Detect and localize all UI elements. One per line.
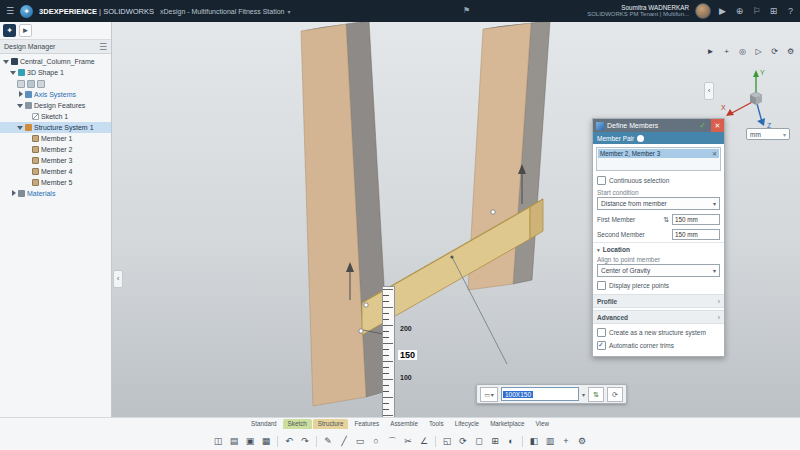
advanced-accordion[interactable]: Advanced › bbox=[593, 310, 724, 324]
visibility-toggle-icon[interactable] bbox=[17, 80, 25, 88]
app-title[interactable]: xDesign - Multifunctional Fitness Statio… bbox=[160, 8, 291, 15]
section-toggle-icon[interactable] bbox=[37, 80, 45, 88]
profile-accordion[interactable]: Profile › bbox=[593, 294, 724, 308]
display-mode-toggle-icon[interactable] bbox=[27, 80, 35, 88]
select-tool-icon[interactable]: ► bbox=[19, 24, 32, 37]
start-condition-select[interactable]: Distance from member ▾ bbox=[597, 197, 720, 210]
tag-icon[interactable]: ⚑ bbox=[463, 6, 470, 15]
extrude-icon[interactable]: ◱ bbox=[440, 434, 454, 448]
arc-icon[interactable]: ⌒ bbox=[385, 434, 399, 448]
notifications-icon[interactable]: ⚐ bbox=[751, 6, 762, 16]
play-icon[interactable]: ▷ bbox=[753, 46, 764, 57]
tree-item-structure-system[interactable]: Structure System 1 bbox=[0, 122, 111, 133]
panel-menu-icon[interactable]: ☰ bbox=[99, 42, 107, 52]
expander-icon[interactable] bbox=[10, 69, 17, 76]
tree-item-member-3[interactable]: Member 3 bbox=[0, 155, 111, 166]
apps-grid-icon[interactable]: ⊞ bbox=[768, 6, 779, 16]
appearance-icon[interactable]: ▥ bbox=[543, 434, 557, 448]
expander-icon[interactable] bbox=[17, 102, 24, 109]
insert-icon[interactable]: + bbox=[559, 434, 573, 448]
flip-profile-button[interactable]: ⇅ bbox=[588, 387, 604, 402]
shell-icon[interactable]: ◻ bbox=[472, 434, 486, 448]
tab-tools[interactable]: Tools bbox=[424, 419, 449, 429]
line-icon[interactable]: ╱ bbox=[337, 434, 351, 448]
placement-ruler[interactable] bbox=[382, 286, 395, 422]
location-section-header[interactable]: ▾ Location bbox=[593, 242, 724, 254]
member-point-handle[interactable] bbox=[491, 210, 495, 214]
expander-icon[interactable] bbox=[17, 124, 24, 131]
3dexperience-logo-icon[interactable]: ✦ bbox=[20, 5, 33, 18]
rectangle-icon[interactable]: ▭ bbox=[353, 434, 367, 448]
member-pair-listbox[interactable]: Member 2, Member 3 ✕ bbox=[596, 147, 721, 171]
ok-button[interactable]: ✓ bbox=[699, 121, 706, 130]
tree-item-member-5[interactable]: Member 5 bbox=[0, 177, 111, 188]
sketch-icon[interactable]: ✎ bbox=[321, 434, 335, 448]
tab-lifecycle[interactable]: Lifecycle bbox=[450, 419, 485, 429]
create-new-system-checkbox[interactable] bbox=[597, 328, 606, 337]
corner-trims-checkbox[interactable] bbox=[597, 341, 606, 350]
open-icon[interactable]: ▤ bbox=[227, 434, 241, 448]
profile-style-button[interactable]: ▭▾ bbox=[480, 387, 498, 402]
close-button[interactable]: ✕ bbox=[711, 119, 724, 132]
redo-icon[interactable]: ↷ bbox=[298, 434, 312, 448]
display-style-icon[interactable]: ◎ bbox=[737, 46, 748, 57]
tree-item-3d-shape[interactable]: 3D Shape 1 bbox=[0, 67, 111, 78]
tree-item-axis-systems[interactable]: Axis Systems bbox=[0, 89, 111, 100]
main-menu-icon[interactable]: ☰ bbox=[6, 6, 14, 16]
tab-standard[interactable]: Standard bbox=[246, 419, 282, 429]
sidebar-collapse-chevron[interactable]: ‹ bbox=[113, 270, 123, 288]
paste-icon[interactable]: ◫ bbox=[211, 434, 225, 448]
design-manager-header[interactable]: Design Manager ☰ bbox=[0, 39, 111, 54]
dialog-title-bar[interactable]: Define Members ✓ ✕ bbox=[593, 119, 724, 132]
settings-icon[interactable]: ⚙ bbox=[575, 434, 589, 448]
compass-icon[interactable]: ✦ bbox=[3, 24, 16, 37]
caret-down-icon[interactable]: ▾ bbox=[582, 391, 585, 398]
units-select[interactable]: mm ▾ bbox=[746, 128, 790, 140]
mirror-icon[interactable]: ◐ bbox=[504, 434, 518, 448]
image-icon[interactable]: ▦ bbox=[259, 434, 273, 448]
member-point-handle[interactable] bbox=[359, 329, 363, 333]
tree-item-member-4[interactable]: Member 4 bbox=[0, 166, 111, 177]
tab-assemble[interactable]: Assemble bbox=[385, 419, 423, 429]
first-member-input[interactable] bbox=[672, 214, 720, 225]
align-select[interactable]: Center of Gravity ▾ bbox=[597, 264, 720, 277]
tree-item-central-column-frame[interactable]: Central_Column_Frame bbox=[0, 56, 111, 67]
save-icon[interactable]: ▣ bbox=[243, 434, 257, 448]
tree-item-sketch-1[interactable]: Sketch 1 bbox=[0, 111, 111, 122]
dimension-icon[interactable]: ∠ bbox=[417, 434, 431, 448]
member-pair-info-icon[interactable] bbox=[637, 135, 644, 142]
tab-sketch[interactable]: Sketch bbox=[283, 419, 312, 429]
right-panel-collapse-chevron[interactable]: ‹ bbox=[704, 82, 714, 100]
trim-icon[interactable]: ✂ bbox=[401, 434, 415, 448]
tree-item-member-2[interactable]: Member 2 bbox=[0, 144, 111, 155]
revolve-icon[interactable]: ⟳ bbox=[456, 434, 470, 448]
tree-item-design-features[interactable]: Design Features bbox=[0, 100, 111, 111]
help-icon[interactable]: ? bbox=[785, 6, 796, 16]
flip-direction-icon[interactable]: ⇅ bbox=[663, 216, 669, 224]
rotate-profile-button[interactable]: ⟳ bbox=[607, 387, 623, 402]
add-user-icon[interactable]: ⊕ bbox=[734, 6, 745, 16]
play-media-icon[interactable]: ▶ bbox=[717, 6, 728, 16]
member-point-handle[interactable] bbox=[364, 303, 368, 307]
circle-icon[interactable]: ○ bbox=[369, 434, 383, 448]
tab-features[interactable]: Features bbox=[349, 419, 384, 429]
remove-selection-icon[interactable]: ✕ bbox=[712, 150, 717, 157]
selected-member-pair[interactable]: Member 2, Member 3 ✕ bbox=[598, 149, 719, 158]
expander-icon[interactable] bbox=[10, 190, 17, 197]
insert-tool-icon[interactable]: + bbox=[721, 46, 732, 57]
tab-view[interactable]: View bbox=[530, 419, 554, 429]
section-icon[interactable]: ◧ bbox=[527, 434, 541, 448]
tab-structure[interactable]: Structure bbox=[313, 419, 349, 429]
view-compass[interactable]: X Y Z bbox=[716, 64, 794, 130]
continuous-selection-checkbox[interactable] bbox=[597, 176, 606, 185]
user-text[interactable]: Soumitra WADNERKAR SOLIDWORKS PM Tenant … bbox=[587, 4, 689, 19]
pierce-points-checkbox[interactable] bbox=[597, 281, 606, 290]
tab-marketplace[interactable]: Marketplace bbox=[485, 419, 529, 429]
second-member-input[interactable] bbox=[672, 229, 720, 240]
expander-icon[interactable] bbox=[17, 91, 24, 98]
expander-icon[interactable] bbox=[3, 58, 10, 65]
user-avatar[interactable] bbox=[695, 3, 711, 19]
viewport-settings-icon[interactable]: ⚙ bbox=[785, 46, 796, 57]
profile-size-input[interactable]: 100X150 bbox=[501, 387, 579, 401]
undo-icon[interactable]: ↶ bbox=[282, 434, 296, 448]
